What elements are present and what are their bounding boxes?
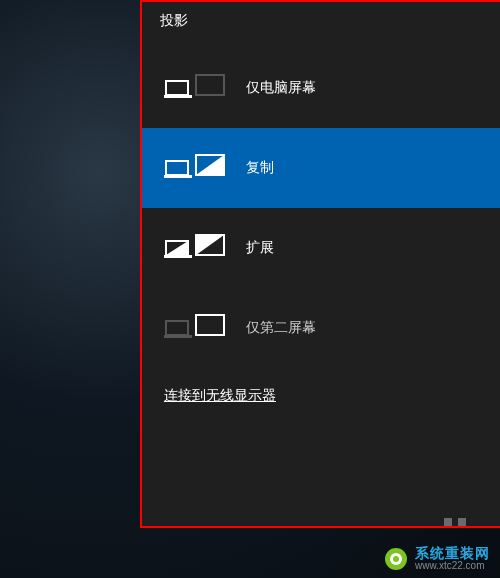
- option-label: 复制: [246, 159, 274, 177]
- option-label: 仅第二屏幕: [246, 319, 316, 337]
- second-screen-only-icon: [164, 312, 226, 344]
- svg-rect-3: [166, 161, 188, 175]
- svg-rect-0: [166, 81, 188, 95]
- watermark-logo-icon: [383, 546, 409, 572]
- watermark-url: www.xtc22.com: [415, 561, 490, 572]
- option-extend[interactable]: 扩展: [142, 208, 500, 288]
- watermark-title: 系统重装网: [415, 546, 490, 561]
- svg-rect-7: [164, 255, 192, 258]
- svg-rect-11: [196, 315, 224, 335]
- panel-title: 投影: [142, 10, 500, 48]
- option-label: 扩展: [246, 239, 274, 257]
- svg-point-14: [393, 556, 399, 562]
- watermark: 系统重装网 www.xtc22.com: [383, 546, 490, 572]
- svg-rect-1: [164, 95, 192, 98]
- pc-screen-only-icon: [164, 72, 226, 104]
- duplicate-icon: [164, 152, 226, 184]
- svg-rect-10: [164, 335, 192, 338]
- svg-rect-2: [196, 75, 224, 95]
- option-second-only[interactable]: 仅第二屏幕: [142, 288, 500, 368]
- extend-icon: [164, 232, 226, 264]
- project-panel: 投影 仅电脑屏幕 复制: [140, 0, 500, 528]
- option-label: 仅电脑屏幕: [246, 79, 316, 97]
- wireless-link-row: 连接到无线显示器: [142, 368, 500, 423]
- option-duplicate[interactable]: 复制: [142, 128, 500, 208]
- connect-wireless-link[interactable]: 连接到无线显示器: [164, 387, 276, 403]
- svg-rect-9: [166, 321, 188, 335]
- option-pc-only[interactable]: 仅电脑屏幕: [142, 48, 500, 128]
- svg-rect-4: [164, 175, 192, 178]
- taskbar-peek: [444, 518, 466, 526]
